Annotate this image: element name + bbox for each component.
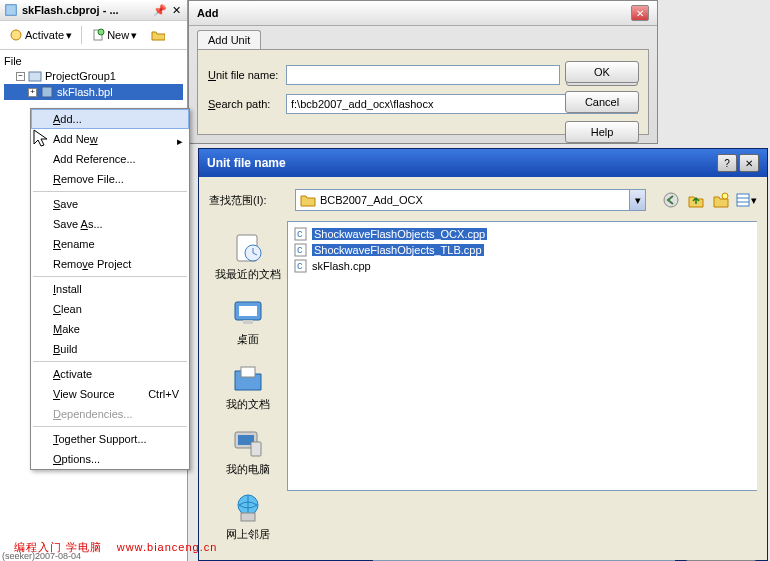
file-name: skFlash.cpp xyxy=(312,260,371,272)
menu-add-reference[interactable]: Add Reference... xyxy=(31,149,189,169)
svg-rect-14 xyxy=(239,306,257,316)
file-list[interactable]: c ShockwaveFlashObjects_OCX.cpp c Shockw… xyxy=(287,221,757,491)
new-button[interactable]: New ▾ xyxy=(86,25,142,45)
svg-text:c: c xyxy=(297,243,303,255)
svg-rect-5 xyxy=(42,87,52,97)
submenu-arrow-icon: ▸ xyxy=(177,135,183,148)
shortcut-label: Ctrl+V xyxy=(148,388,179,400)
place-label: 我的文档 xyxy=(226,397,270,412)
mouse-cursor-icon xyxy=(32,128,54,150)
file-dialog-title: Unit file name xyxy=(207,156,715,170)
menu-separator xyxy=(33,191,187,192)
unit-file-input[interactable] xyxy=(286,65,560,85)
menu-install[interactable]: Install xyxy=(31,279,189,299)
menu-options[interactable]: Options... xyxy=(31,449,189,469)
svg-point-7 xyxy=(722,193,728,199)
menu-activate[interactable]: Activate xyxy=(31,364,189,384)
dialog-close-button[interactable]: ✕ xyxy=(631,5,649,21)
folder-combo[interactable]: BCB2007_Add_OCX ▾ xyxy=(295,189,646,211)
new-folder-icon[interactable] xyxy=(710,189,732,211)
menu-remove-file[interactable]: Remove File... xyxy=(31,169,189,189)
new-label: New xyxy=(107,29,129,41)
tab-add-unit[interactable]: Add Unit xyxy=(197,30,261,49)
menu-build[interactable]: Build xyxy=(31,339,189,359)
menu-save[interactable]: Save xyxy=(31,194,189,214)
place-computer[interactable]: 我的电脑 xyxy=(226,426,270,477)
view-menu-icon[interactable]: ▾ xyxy=(735,189,757,211)
place-recent[interactable]: 我最近的文档 xyxy=(215,231,281,282)
place-desktop[interactable]: 桌面 xyxy=(231,296,265,347)
folder-icon xyxy=(300,193,316,207)
file-item[interactable]: c ShockwaveFlashObjects_OCX.cpp xyxy=(292,226,753,242)
pin-icon[interactable]: 📌 xyxy=(153,3,167,17)
panel-title: skFlash.cbproj - ... xyxy=(22,4,151,16)
network-icon xyxy=(231,491,265,525)
menu-view-source[interactable]: View SourceCtrl+V xyxy=(31,384,189,404)
ok-button[interactable]: OK xyxy=(565,61,639,83)
tree-expander-icon[interactable]: + xyxy=(28,88,37,97)
cpp-file-icon: c xyxy=(294,227,308,241)
tree-root[interactable]: File xyxy=(4,54,183,68)
unit-file-label: Unit file name: xyxy=(208,69,280,81)
folder-icon xyxy=(151,28,165,42)
tree-expander-icon[interactable]: − xyxy=(16,72,25,81)
menu-separator xyxy=(33,361,187,362)
file-open-dialog: Unit file name ? ✕ 查找范围(I): BCB2007_Add_… xyxy=(198,148,768,561)
menu-save-as[interactable]: Save As... xyxy=(31,214,189,234)
svg-point-3 xyxy=(98,29,104,35)
file-dialog-titlebar[interactable]: Unit file name ? ✕ xyxy=(199,149,767,177)
file-area: 我最近的文档 桌面 我的文档 我的电脑 网上邻居 xyxy=(209,221,757,552)
file-name: ShockwaveFlashObjects_TLB.cpp xyxy=(312,244,484,256)
menu-separator xyxy=(33,276,187,277)
tree-root-label: File xyxy=(4,55,22,67)
file-item[interactable]: c ShockwaveFlashObjects_TLB.cpp xyxy=(292,242,753,258)
watermark: 编程入门 学电脑 www.bianceng.cn xyxy=(14,538,217,555)
combo-arrow-icon[interactable]: ▾ xyxy=(629,190,645,210)
menu-remove-project[interactable]: Remove Project xyxy=(31,254,189,274)
menu-make[interactable]: Make xyxy=(31,319,189,339)
tree-project-group[interactable]: − ProjectGroup1 xyxy=(4,68,183,84)
close-button-icon[interactable]: ✕ xyxy=(739,154,759,172)
file-item[interactable]: c skFlash.cpp xyxy=(292,258,753,274)
folder-combo-text: BCB2007_Add_OCX xyxy=(320,194,629,206)
panel-close-icon[interactable]: ✕ xyxy=(169,3,183,17)
dropdown-arrow-icon: ▾ xyxy=(66,29,72,42)
menu-clean[interactable]: Clean xyxy=(31,299,189,319)
help-button-icon[interactable]: ? xyxy=(717,154,737,172)
menu-rename[interactable]: Rename xyxy=(31,234,189,254)
context-menu: Add... Add New▸ Add Reference... Remove … xyxy=(30,108,190,470)
up-folder-icon[interactable] xyxy=(685,189,707,211)
watermark-url: www.bianceng.cn xyxy=(117,541,218,553)
folder-button[interactable] xyxy=(146,25,170,45)
search-path-label: Search path: xyxy=(208,98,280,110)
svg-point-6 xyxy=(664,193,678,207)
cancel-button[interactable]: Cancel xyxy=(565,91,639,113)
help-button[interactable]: Help xyxy=(565,121,639,143)
place-network[interactable]: 网上邻居 xyxy=(226,491,270,542)
project-icon xyxy=(4,3,18,17)
file-name: ShockwaveFlashObjects_OCX.cpp xyxy=(312,228,487,240)
back-icon[interactable] xyxy=(660,189,682,211)
place-label: 网上邻居 xyxy=(226,527,270,542)
place-documents[interactable]: 我的文档 xyxy=(226,361,270,412)
place-label: 桌面 xyxy=(237,332,259,347)
toolbar-separator xyxy=(81,26,82,44)
places-bar: 我最近的文档 桌面 我的文档 我的电脑 网上邻居 xyxy=(209,221,287,552)
project-tree: File − ProjectGroup1 + skFlash.bpl xyxy=(0,50,187,104)
menu-add[interactable]: Add... xyxy=(31,109,189,129)
svg-rect-16 xyxy=(241,367,255,377)
watermark-cn: 编程入门 学电脑 xyxy=(14,541,102,553)
menu-together-support[interactable]: Together Support... xyxy=(31,429,189,449)
panel-titlebar: skFlash.cbproj - ... 📌 ✕ xyxy=(0,0,187,21)
activate-label: Activate xyxy=(25,29,64,41)
activate-icon xyxy=(9,28,23,42)
lookup-label: 查找范围(I): xyxy=(209,193,289,208)
tree-selected-item[interactable]: + skFlash.bpl xyxy=(4,84,183,100)
panel-toolbar: Activate ▾ New ▾ xyxy=(0,21,187,50)
recent-docs-icon xyxy=(231,231,265,265)
desktop-icon xyxy=(231,296,265,330)
menu-add-new[interactable]: Add New▸ xyxy=(31,129,189,149)
place-label: 我的电脑 xyxy=(226,462,270,477)
cpp-file-icon: c xyxy=(294,243,308,257)
activate-button[interactable]: Activate ▾ xyxy=(4,25,77,45)
